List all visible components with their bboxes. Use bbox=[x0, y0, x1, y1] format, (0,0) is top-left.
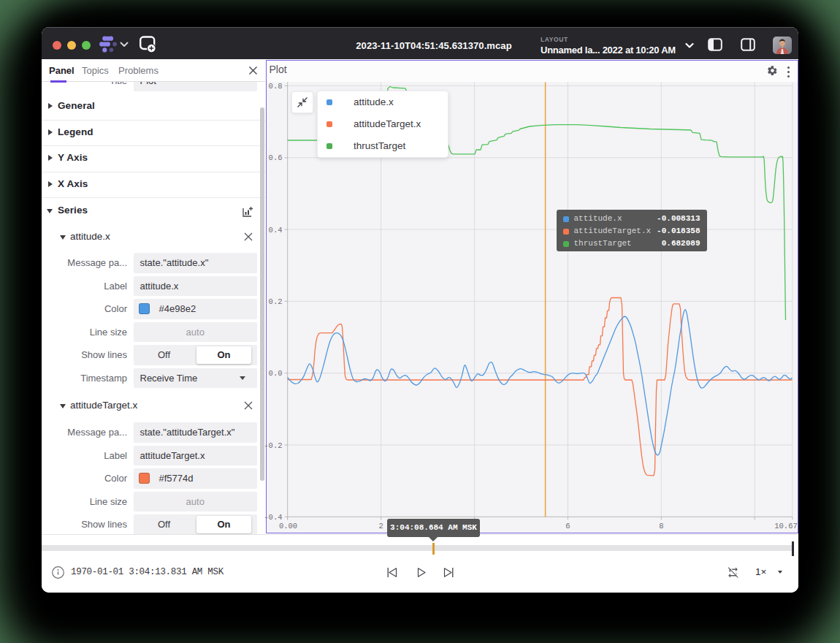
svg-text:0.0: 0.0 bbox=[268, 369, 282, 378]
svg-text:0.2: 0.2 bbox=[268, 297, 282, 306]
svg-text:10.67: 10.67 bbox=[774, 522, 798, 530]
svg-text:0.6: 0.6 bbox=[268, 153, 282, 162]
svg-text:-0.2: -0.2 bbox=[264, 441, 282, 450]
svg-text:0.8: 0.8 bbox=[268, 82, 282, 91]
svg-text:0.4: 0.4 bbox=[268, 226, 282, 235]
svg-text:2: 2 bbox=[378, 522, 383, 530]
svg-text:6: 6 bbox=[565, 522, 570, 530]
svg-text:8: 8 bbox=[659, 522, 663, 530]
svg-text:0.00: 0.00 bbox=[278, 522, 297, 530]
svg-text:-0.4: -0.4 bbox=[264, 513, 282, 522]
